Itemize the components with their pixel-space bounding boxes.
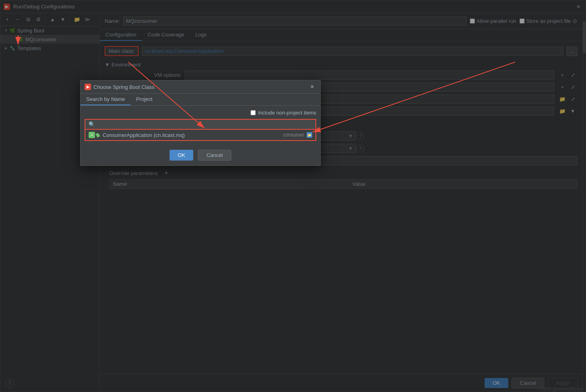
modal-ok-button[interactable]: OK bbox=[170, 150, 193, 161]
modal-search-input[interactable] bbox=[97, 121, 312, 127]
search-icon: 🔍 bbox=[89, 121, 95, 127]
include-non-project-label: Include non-project items bbox=[258, 110, 316, 116]
modal-options-row: Include non-project items bbox=[85, 110, 316, 116]
result-icons: A bbox=[89, 132, 100, 138]
modal-search-box: 🔍 bbox=[85, 119, 316, 130]
choose-spring-boot-class-dialog: ▶ Choose Spring Boot Class × Search by N… bbox=[80, 80, 321, 166]
modal-cancel-button[interactable]: Cancel bbox=[198, 150, 231, 161]
modal-overlay: ▶ Choose Spring Boot Class × Search by N… bbox=[0, 0, 586, 392]
modal-footer: OK Cancel bbox=[81, 145, 320, 165]
result-module-name: consumer bbox=[283, 132, 304, 138]
modal-result-item[interactable]: A ConsumerApplication (cn.itcast.mq) con… bbox=[85, 130, 316, 141]
modal-title: Choose Spring Boot Class bbox=[93, 84, 308, 90]
include-non-project-checkbox[interactable] bbox=[251, 110, 256, 115]
modal-close-button[interactable]: × bbox=[308, 83, 316, 91]
modal-app-icon: ▶ bbox=[85, 84, 91, 90]
modal-tabs: Search by Name Project bbox=[81, 94, 320, 106]
result-class-name: ConsumerApplication (cn.itcast.mq) bbox=[103, 132, 281, 138]
modal-tab-project[interactable]: Project bbox=[131, 94, 158, 105]
modal-title-bar: ▶ Choose Spring Boot Class × bbox=[81, 80, 320, 94]
modal-tab-search-by-name[interactable]: Search by Name bbox=[81, 94, 131, 105]
module-folder-icon: 📁 bbox=[307, 132, 312, 138]
modal-body: Include non-project items 🔍 A ConsumerAp… bbox=[81, 106, 320, 145]
consumer-app-icon: A bbox=[89, 132, 95, 138]
spring-leaf-icon bbox=[95, 132, 101, 138]
